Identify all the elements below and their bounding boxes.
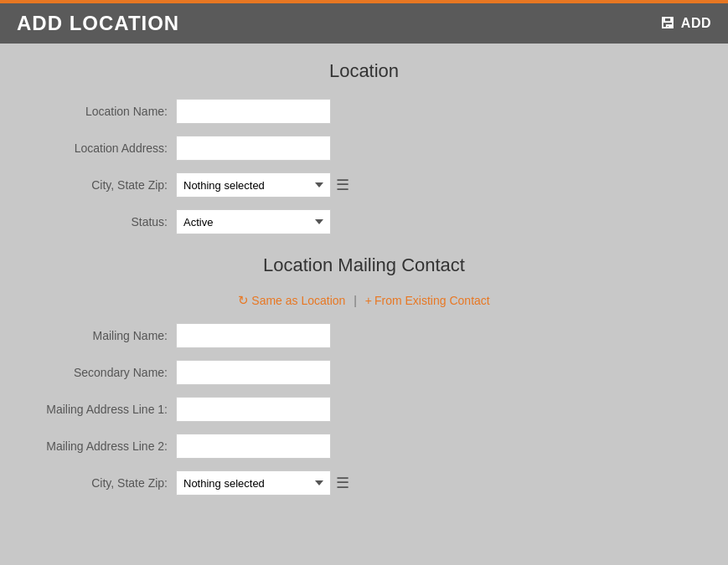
mailing-section-title: Location Mailing Contact bbox=[34, 254, 694, 276]
mailing-city-label: City, State Zip: bbox=[34, 476, 176, 490]
location-status-row: Status: Active Inactive bbox=[34, 209, 694, 234]
same-as-location-link[interactable]: ↻ Same as Location bbox=[238, 293, 345, 308]
mailing-address1-input[interactable] bbox=[176, 397, 331, 422]
main-content: Location Location Name: Location Address… bbox=[0, 44, 728, 542]
location-name-row: Location Name: bbox=[34, 99, 694, 124]
location-city-dropdown-wrapper: Nothing selected ☰ bbox=[176, 172, 349, 198]
location-address-row: Location Address: bbox=[34, 136, 694, 161]
page-title: ADD LOCATION bbox=[17, 12, 179, 35]
floppy-disk-icon: 🖫 bbox=[660, 15, 676, 33]
mailing-address2-row: Mailing Address Line 2: bbox=[34, 434, 694, 459]
location-status-label: Status: bbox=[34, 215, 176, 229]
mailing-address1-row: Mailing Address Line 1: bbox=[34, 397, 694, 422]
mailing-city-row: City, State Zip: Nothing selected ☰ bbox=[34, 470, 694, 496]
from-existing-contact-link[interactable]: + From Existing Contact bbox=[365, 294, 490, 307]
location-status-dropdown[interactable]: Active Inactive bbox=[176, 209, 331, 234]
secondary-name-input[interactable] bbox=[176, 360, 331, 385]
mailing-actions-row: ↻ Same as Location | + From Existing Con… bbox=[34, 293, 694, 308]
same-as-location-label: Same as Location bbox=[251, 294, 345, 307]
mailing-name-row: Mailing Name: bbox=[34, 323, 694, 348]
location-city-label: City, State Zip: bbox=[34, 178, 176, 192]
location-city-list-icon[interactable]: ☰ bbox=[336, 176, 349, 194]
location-section-title: Location bbox=[34, 60, 694, 82]
location-city-dropdown[interactable]: Nothing selected bbox=[176, 172, 331, 198]
plus-icon: + bbox=[365, 294, 372, 307]
location-section: Location Location Name: Location Address… bbox=[34, 60, 694, 234]
mailing-address2-label: Mailing Address Line 2: bbox=[34, 439, 176, 453]
mailing-address2-input[interactable] bbox=[176, 434, 331, 459]
mailing-name-label: Mailing Name: bbox=[34, 329, 176, 342]
mailing-name-input[interactable] bbox=[176, 323, 331, 348]
mailing-address1-label: Mailing Address Line 1: bbox=[34, 403, 176, 416]
secondary-name-label: Secondary Name: bbox=[34, 366, 176, 379]
mailing-city-list-icon[interactable]: ☰ bbox=[336, 474, 349, 492]
secondary-name-row: Secondary Name: bbox=[34, 360, 694, 385]
mailing-city-dropdown-wrapper: Nothing selected ☰ bbox=[176, 470, 349, 496]
from-existing-label: From Existing Contact bbox=[374, 294, 490, 307]
location-name-label: Location Name: bbox=[34, 105, 176, 118]
add-button-label: ADD bbox=[681, 16, 711, 31]
location-name-input[interactable] bbox=[176, 99, 331, 124]
add-button[interactable]: 🖫 ADD bbox=[660, 15, 711, 33]
location-city-row: City, State Zip: Nothing selected ☰ bbox=[34, 172, 694, 198]
location-address-input[interactable] bbox=[176, 136, 331, 161]
location-address-label: Location Address: bbox=[34, 141, 176, 155]
mailing-city-dropdown[interactable]: Nothing selected bbox=[176, 470, 331, 496]
actions-separator: | bbox=[354, 294, 357, 307]
mailing-section: Location Mailing Contact ↻ Same as Locat… bbox=[34, 254, 694, 496]
refresh-icon: ↻ bbox=[238, 293, 249, 308]
page-header: ADD LOCATION 🖫 ADD bbox=[0, 3, 728, 44]
